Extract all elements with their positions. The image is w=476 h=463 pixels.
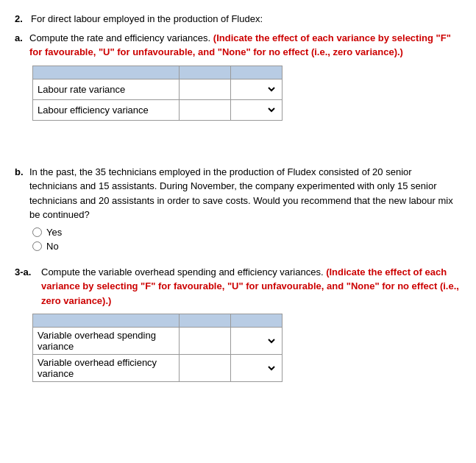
overhead-spending-label: Variable overhead spending variance — [33, 328, 180, 355]
question-3a-header: 3-a. Compute the variable overhead spend… — [15, 265, 461, 308]
labour-variance-table: Labour rate variance F U None La — [32, 66, 283, 121]
overhead-spending-amount-input[interactable] — [184, 336, 226, 347]
overhead-spending-amount-cell[interactable] — [180, 328, 231, 355]
overhead-variance-table: Variable overhead spending variance F U … — [32, 314, 283, 382]
overhead-efficiency-effect-select[interactable]: F U None — [235, 362, 277, 375]
no-radio[interactable] — [32, 241, 42, 251]
question-2-section: 2. For direct labour employed in the pro… — [15, 12, 461, 121]
labour-rate-amount-cell[interactable] — [180, 79, 231, 99]
overhead-efficiency-effect-cell[interactable]: F U None — [231, 355, 283, 382]
table-row: Labour rate variance F U None — [33, 79, 283, 99]
labour-rate-effect-cell[interactable]: F U None — [231, 79, 283, 99]
table-row: Labour efficiency variance F U None — [33, 99, 283, 120]
part-b-letter: b. — [15, 165, 25, 222]
yes-radio[interactable] — [32, 227, 42, 237]
header-amount — [180, 66, 231, 79]
no-label: No — [46, 241, 59, 252]
overhead-variance-table-container: Variable overhead spending variance F U … — [32, 314, 461, 382]
overhead-efficiency-amount-cell[interactable] — [180, 355, 231, 382]
part-a-main-text: Compute the rate and efficiency variance… — [29, 32, 210, 43]
header-effect — [231, 66, 283, 79]
part-a-letter: a. — [15, 31, 25, 60]
overhead-efficiency-amount-input[interactable] — [184, 363, 226, 374]
overhead-header-label — [33, 314, 180, 328]
question-2-num: 2. — [15, 12, 26, 26]
labour-variance-table-container: Labour rate variance F U None La — [32, 66, 461, 121]
labour-rate-effect-select[interactable]: F U None — [235, 83, 277, 96]
part-a-header: a. Compute the rate and efficiency varia… — [15, 31, 461, 60]
overhead-header-effect — [231, 314, 283, 328]
question-3a-num: 3-a. — [15, 265, 37, 308]
question-3a-main-text: Compute the variable overhead spending a… — [41, 266, 324, 278]
table-header-row — [33, 66, 283, 79]
overhead-spending-effect-select[interactable]: F U None — [235, 335, 277, 347]
overhead-efficiency-label: Variable overhead efficiency variance — [33, 355, 180, 382]
labour-efficiency-effect-cell[interactable]: F U None — [231, 99, 283, 120]
overhead-header-row — [33, 314, 283, 328]
question-3a-text: Compute the variable overhead spending a… — [41, 265, 461, 308]
labour-rate-amount-input[interactable] — [184, 84, 226, 95]
part-b-radio-group: Yes No — [32, 227, 461, 252]
part-b-header: b. In the past, the 35 technicians emplo… — [15, 165, 461, 222]
labour-efficiency-effect-select[interactable]: F U None — [235, 104, 277, 116]
yes-radio-item[interactable]: Yes — [32, 227, 461, 238]
overhead-spending-effect-cell[interactable]: F U None — [231, 328, 283, 355]
yes-label: Yes — [46, 227, 62, 238]
labour-efficiency-label: Labour efficiency variance — [33, 99, 180, 120]
labour-rate-label: Labour rate variance — [33, 79, 180, 99]
no-radio-item[interactable]: No — [32, 241, 461, 252]
question-2-header: 2. For direct labour employed in the pro… — [15, 12, 461, 26]
question-3a-section: 3-a. Compute the variable overhead spend… — [15, 265, 461, 383]
table-row: Variable overhead spending variance F U … — [33, 328, 283, 355]
overhead-header-amount — [180, 314, 231, 328]
labour-efficiency-amount-cell[interactable] — [180, 99, 231, 120]
table-row: Variable overhead efficiency variance F … — [33, 355, 283, 382]
header-label — [33, 66, 180, 79]
labour-efficiency-amount-input[interactable] — [184, 105, 226, 116]
part-b-text: In the past, the 35 technicians employed… — [29, 165, 461, 222]
part-a-text: Compute the rate and efficiency variance… — [29, 31, 461, 60]
part-b-section: b. In the past, the 35 technicians emplo… — [15, 165, 461, 252]
question-2-text: For direct labour employed in the produc… — [31, 12, 461, 26]
